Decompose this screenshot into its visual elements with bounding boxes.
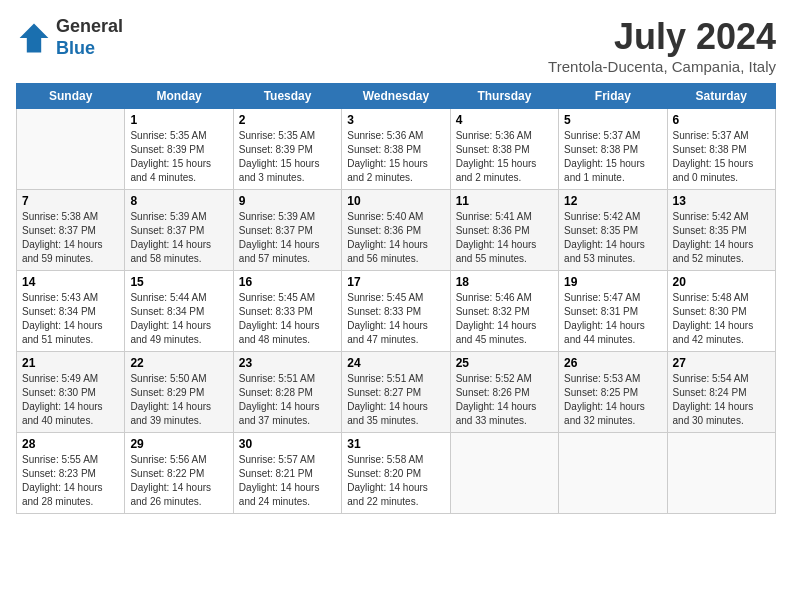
day-detail: Sunrise: 5:45 AMSunset: 8:33 PMDaylight:… <box>239 291 336 347</box>
calendar-cell: 27Sunrise: 5:54 AMSunset: 8:24 PMDayligh… <box>667 352 775 433</box>
calendar-cell: 24Sunrise: 5:51 AMSunset: 8:27 PMDayligh… <box>342 352 450 433</box>
page-header: General Blue July 2024 Trentola-Ducenta,… <box>16 16 776 75</box>
day-number: 28 <box>22 437 119 451</box>
day-detail: Sunrise: 5:51 AMSunset: 8:27 PMDaylight:… <box>347 372 444 428</box>
day-detail: Sunrise: 5:53 AMSunset: 8:25 PMDaylight:… <box>564 372 661 428</box>
svg-marker-0 <box>20 23 49 52</box>
calendar-cell: 2Sunrise: 5:35 AMSunset: 8:39 PMDaylight… <box>233 109 341 190</box>
calendar-cell: 29Sunrise: 5:56 AMSunset: 8:22 PMDayligh… <box>125 433 233 514</box>
day-number: 23 <box>239 356 336 370</box>
calendar-cell: 28Sunrise: 5:55 AMSunset: 8:23 PMDayligh… <box>17 433 125 514</box>
calendar-table: SundayMondayTuesdayWednesdayThursdayFrid… <box>16 83 776 514</box>
day-number: 2 <box>239 113 336 127</box>
day-number: 5 <box>564 113 661 127</box>
month-year-title: July 2024 <box>548 16 776 58</box>
col-header-saturday: Saturday <box>667 84 775 109</box>
day-detail: Sunrise: 5:43 AMSunset: 8:34 PMDaylight:… <box>22 291 119 347</box>
calendar-week-row: 7Sunrise: 5:38 AMSunset: 8:37 PMDaylight… <box>17 190 776 271</box>
day-detail: Sunrise: 5:36 AMSunset: 8:38 PMDaylight:… <box>456 129 553 185</box>
logo-icon <box>16 20 52 56</box>
col-header-wednesday: Wednesday <box>342 84 450 109</box>
day-detail: Sunrise: 5:45 AMSunset: 8:33 PMDaylight:… <box>347 291 444 347</box>
col-header-thursday: Thursday <box>450 84 558 109</box>
calendar-cell: 1Sunrise: 5:35 AMSunset: 8:39 PMDaylight… <box>125 109 233 190</box>
day-number: 15 <box>130 275 227 289</box>
col-header-sunday: Sunday <box>17 84 125 109</box>
day-detail: Sunrise: 5:58 AMSunset: 8:20 PMDaylight:… <box>347 453 444 509</box>
day-number: 20 <box>673 275 770 289</box>
calendar-cell: 4Sunrise: 5:36 AMSunset: 8:38 PMDaylight… <box>450 109 558 190</box>
day-number: 16 <box>239 275 336 289</box>
day-number: 14 <box>22 275 119 289</box>
day-number: 25 <box>456 356 553 370</box>
day-detail: Sunrise: 5:49 AMSunset: 8:30 PMDaylight:… <box>22 372 119 428</box>
day-number: 18 <box>456 275 553 289</box>
calendar-cell: 12Sunrise: 5:42 AMSunset: 8:35 PMDayligh… <box>559 190 667 271</box>
calendar-cell: 11Sunrise: 5:41 AMSunset: 8:36 PMDayligh… <box>450 190 558 271</box>
col-header-tuesday: Tuesday <box>233 84 341 109</box>
day-detail: Sunrise: 5:46 AMSunset: 8:32 PMDaylight:… <box>456 291 553 347</box>
calendar-cell: 22Sunrise: 5:50 AMSunset: 8:29 PMDayligh… <box>125 352 233 433</box>
day-detail: Sunrise: 5:47 AMSunset: 8:31 PMDaylight:… <box>564 291 661 347</box>
calendar-cell: 19Sunrise: 5:47 AMSunset: 8:31 PMDayligh… <box>559 271 667 352</box>
day-detail: Sunrise: 5:56 AMSunset: 8:22 PMDaylight:… <box>130 453 227 509</box>
calendar-cell: 14Sunrise: 5:43 AMSunset: 8:34 PMDayligh… <box>17 271 125 352</box>
day-detail: Sunrise: 5:37 AMSunset: 8:38 PMDaylight:… <box>564 129 661 185</box>
day-detail: Sunrise: 5:39 AMSunset: 8:37 PMDaylight:… <box>130 210 227 266</box>
day-detail: Sunrise: 5:50 AMSunset: 8:29 PMDaylight:… <box>130 372 227 428</box>
calendar-cell: 31Sunrise: 5:58 AMSunset: 8:20 PMDayligh… <box>342 433 450 514</box>
day-detail: Sunrise: 5:35 AMSunset: 8:39 PMDaylight:… <box>239 129 336 185</box>
day-number: 6 <box>673 113 770 127</box>
location-subtitle: Trentola-Ducenta, Campania, Italy <box>548 58 776 75</box>
calendar-cell: 10Sunrise: 5:40 AMSunset: 8:36 PMDayligh… <box>342 190 450 271</box>
calendar-cell: 23Sunrise: 5:51 AMSunset: 8:28 PMDayligh… <box>233 352 341 433</box>
day-detail: Sunrise: 5:37 AMSunset: 8:38 PMDaylight:… <box>673 129 770 185</box>
calendar-cell: 20Sunrise: 5:48 AMSunset: 8:30 PMDayligh… <box>667 271 775 352</box>
calendar-header-row: SundayMondayTuesdayWednesdayThursdayFrid… <box>17 84 776 109</box>
calendar-cell <box>450 433 558 514</box>
calendar-cell: 18Sunrise: 5:46 AMSunset: 8:32 PMDayligh… <box>450 271 558 352</box>
calendar-cell: 7Sunrise: 5:38 AMSunset: 8:37 PMDaylight… <box>17 190 125 271</box>
day-number: 8 <box>130 194 227 208</box>
day-number: 7 <box>22 194 119 208</box>
day-detail: Sunrise: 5:48 AMSunset: 8:30 PMDaylight:… <box>673 291 770 347</box>
col-header-friday: Friday <box>559 84 667 109</box>
logo-text: General Blue <box>56 16 123 59</box>
calendar-cell: 13Sunrise: 5:42 AMSunset: 8:35 PMDayligh… <box>667 190 775 271</box>
day-number: 22 <box>130 356 227 370</box>
calendar-cell <box>17 109 125 190</box>
calendar-cell: 16Sunrise: 5:45 AMSunset: 8:33 PMDayligh… <box>233 271 341 352</box>
calendar-cell <box>559 433 667 514</box>
day-number: 9 <box>239 194 336 208</box>
day-number: 10 <box>347 194 444 208</box>
title-block: July 2024 Trentola-Ducenta, Campania, It… <box>548 16 776 75</box>
day-detail: Sunrise: 5:38 AMSunset: 8:37 PMDaylight:… <box>22 210 119 266</box>
day-number: 26 <box>564 356 661 370</box>
col-header-monday: Monday <box>125 84 233 109</box>
day-detail: Sunrise: 5:44 AMSunset: 8:34 PMDaylight:… <box>130 291 227 347</box>
day-detail: Sunrise: 5:54 AMSunset: 8:24 PMDaylight:… <box>673 372 770 428</box>
day-number: 4 <box>456 113 553 127</box>
day-number: 19 <box>564 275 661 289</box>
day-detail: Sunrise: 5:40 AMSunset: 8:36 PMDaylight:… <box>347 210 444 266</box>
day-detail: Sunrise: 5:42 AMSunset: 8:35 PMDaylight:… <box>673 210 770 266</box>
calendar-week-row: 14Sunrise: 5:43 AMSunset: 8:34 PMDayligh… <box>17 271 776 352</box>
calendar-cell: 9Sunrise: 5:39 AMSunset: 8:37 PMDaylight… <box>233 190 341 271</box>
calendar-cell: 5Sunrise: 5:37 AMSunset: 8:38 PMDaylight… <box>559 109 667 190</box>
calendar-week-row: 28Sunrise: 5:55 AMSunset: 8:23 PMDayligh… <box>17 433 776 514</box>
day-detail: Sunrise: 5:42 AMSunset: 8:35 PMDaylight:… <box>564 210 661 266</box>
day-number: 12 <box>564 194 661 208</box>
calendar-week-row: 1Sunrise: 5:35 AMSunset: 8:39 PMDaylight… <box>17 109 776 190</box>
calendar-week-row: 21Sunrise: 5:49 AMSunset: 8:30 PMDayligh… <box>17 352 776 433</box>
calendar-cell: 17Sunrise: 5:45 AMSunset: 8:33 PMDayligh… <box>342 271 450 352</box>
day-number: 21 <box>22 356 119 370</box>
day-number: 30 <box>239 437 336 451</box>
day-number: 3 <box>347 113 444 127</box>
calendar-cell: 30Sunrise: 5:57 AMSunset: 8:21 PMDayligh… <box>233 433 341 514</box>
day-number: 1 <box>130 113 227 127</box>
day-detail: Sunrise: 5:51 AMSunset: 8:28 PMDaylight:… <box>239 372 336 428</box>
day-number: 11 <box>456 194 553 208</box>
day-detail: Sunrise: 5:57 AMSunset: 8:21 PMDaylight:… <box>239 453 336 509</box>
logo-general: General <box>56 16 123 36</box>
day-number: 17 <box>347 275 444 289</box>
